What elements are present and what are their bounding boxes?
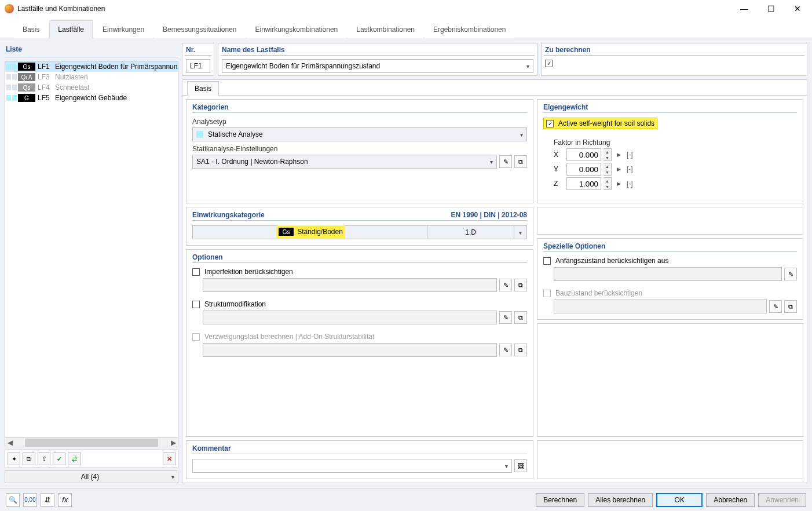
- comment-image-icon[interactable]: 🖼: [514, 459, 527, 472]
- apply-icon[interactable]: ▶: [614, 163, 623, 176]
- filter-dropdown[interactable]: All (4) ▾: [5, 470, 178, 483]
- apply-icon[interactable]: ▶: [614, 148, 623, 161]
- delete-button[interactable]: ✕: [163, 452, 175, 465]
- scroll-thumb[interactable]: [25, 439, 158, 447]
- comment-select[interactable]: ▾: [192, 459, 512, 473]
- tab-lastfaelle[interactable]: Lastfälle: [49, 20, 93, 38]
- tab-basis[interactable]: Basis: [14, 20, 48, 38]
- imperfection-checkbox[interactable]: [192, 268, 200, 276]
- edit-icon[interactable]: ⧉: [514, 279, 527, 291]
- cancel-button[interactable]: Abbrechen: [706, 493, 755, 507]
- unit-label: [-]: [627, 180, 633, 188]
- spinner[interactable]: ▲▼: [603, 163, 612, 176]
- struct-mod-checkbox[interactable]: [192, 301, 200, 308]
- left-column: Liste Gs LF1 Eigengewicht Boden für Prim…: [5, 43, 178, 483]
- copy-button[interactable]: ⧉: [23, 452, 35, 465]
- new-settings-icon[interactable]: ✎: [499, 155, 512, 168]
- initial-state-checkbox[interactable]: [543, 257, 551, 265]
- unit-label: [-]: [627, 151, 633, 159]
- imperfection-input[interactable]: [203, 278, 497, 292]
- tab-einwirkungskomb[interactable]: Einwirkungskombinationen: [247, 20, 347, 38]
- analysis-type-select[interactable]: Statische Analyse ▾: [192, 127, 527, 141]
- category-text: Ständig/Boden: [297, 228, 343, 236]
- list-row[interactable]: G LF5 Eigengewicht Gebäude: [5, 93, 178, 103]
- row-tag: Qs: [18, 83, 35, 92]
- number-value: LF1: [190, 62, 202, 70]
- import-button[interactable]: ⇪: [38, 452, 50, 465]
- number-box: Nr. LF1: [182, 43, 214, 76]
- tab-einwirkungen[interactable]: Einwirkungen: [94, 20, 153, 38]
- chevron-down-icon: ▾: [171, 474, 174, 480]
- inner-tab-basis[interactable]: Basis: [187, 81, 219, 96]
- apply-button[interactable]: Anwenden: [758, 493, 806, 507]
- factor-z-input[interactable]: [566, 177, 601, 190]
- row-swatch: [12, 85, 17, 90]
- units-icon[interactable]: 0,00: [23, 493, 37, 507]
- apply-icon[interactable]: ▶: [614, 177, 623, 190]
- list-row[interactable]: Qs LF4 Schneelast: [5, 82, 178, 93]
- window-minimize-button[interactable]: —: [731, 0, 758, 17]
- factor-y-input[interactable]: [566, 163, 601, 176]
- tab-lastkomb[interactable]: Lastkombinationen: [348, 20, 423, 38]
- scroll-right-icon[interactable]: ▶: [169, 439, 178, 447]
- calculate-all-button[interactable]: Alles berechnen: [588, 493, 653, 507]
- list-row[interactable]: Qi A LF3 Nutzlasten: [5, 72, 178, 82]
- pick-icon[interactable]: ✎: [499, 311, 512, 324]
- analysis-type-value: Statische Analyse: [208, 130, 263, 138]
- edit-icon[interactable]: ⧉: [514, 311, 527, 324]
- name-select[interactable]: Eigengewicht Boden für Primärspannungszu…: [222, 59, 533, 73]
- horizontal-scrollbar[interactable]: ◀ ▶: [5, 437, 178, 447]
- pick-icon: ✎: [769, 300, 782, 313]
- tab-ergebniskomb[interactable]: Ergebniskombinationen: [425, 20, 514, 38]
- static-settings-select[interactable]: SA1 - I. Ordnung | Newton-Raphson ▾: [192, 155, 497, 169]
- row-swatch: [6, 74, 11, 80]
- chevron-down-icon: ▾: [519, 229, 522, 236]
- list-row[interactable]: Gs LF1 Eigengewicht Boden für Primärspan…: [5, 61, 178, 72]
- construction-stage-label: Bauzustand berücksichtigen: [555, 289, 642, 297]
- pick-icon[interactable]: ✎: [784, 268, 797, 280]
- initial-state-input[interactable]: [554, 267, 782, 281]
- static-settings-label: Statikanalyse-Einstellungen: [192, 145, 527, 153]
- name-box: Name des Lastfalls Eigengewicht Boden fü…: [218, 43, 537, 76]
- row-tag: G: [18, 94, 35, 102]
- active-self-weight-checkbox[interactable]: [546, 120, 554, 127]
- function-icon[interactable]: fx: [58, 493, 72, 507]
- calculate-button[interactable]: Berechnen: [536, 493, 584, 507]
- new-button[interactable]: ✦: [8, 452, 20, 465]
- analysis-color-swatch: [196, 131, 203, 138]
- action-category-select[interactable]: GsStändig/Boden 1.D ▾: [192, 225, 527, 239]
- category-code: 1.D: [465, 228, 476, 236]
- link-button[interactable]: ⇄: [68, 452, 81, 465]
- edit-settings-icon[interactable]: ⧉: [514, 155, 527, 168]
- bifurcation-checkbox: [192, 333, 200, 341]
- ok-button[interactable]: OK: [656, 493, 703, 507]
- list-title: Liste: [5, 43, 178, 54]
- spinner[interactable]: ▲▼: [603, 148, 612, 161]
- row-text: Schneelast: [55, 83, 89, 92]
- struct-mod-input[interactable]: [203, 311, 497, 324]
- window-close-button[interactable]: ✕: [784, 0, 811, 17]
- window-maximize-button[interactable]: ☐: [758, 0, 784, 17]
- options-panel: Optionen Imperfektion berücksichtigen ✎ …: [186, 249, 533, 437]
- loadcase-list[interactable]: Gs LF1 Eigengewicht Boden für Primärspan…: [5, 61, 178, 447]
- row-lf: LF1: [36, 63, 54, 71]
- comment-title: Kommentar: [192, 444, 527, 452]
- edit-icon: ⧉: [514, 344, 527, 356]
- self-weight-panel: Eigengewicht Active self-weight for soil…: [537, 99, 803, 203]
- chevron-down-icon: ▾: [520, 132, 523, 138]
- special-options-title: Spezielle Optionen: [543, 242, 797, 250]
- calculate-checkbox[interactable]: [545, 60, 553, 67]
- unit-toggle-icon[interactable]: ⇵: [41, 493, 54, 507]
- pick-icon[interactable]: ✎: [499, 279, 512, 291]
- calculate-label: Zu berechnen: [542, 43, 807, 54]
- window-title: Lastfälle und Kombinationen: [17, 5, 105, 13]
- spinner[interactable]: ▲▼: [603, 177, 612, 190]
- bifurcation-input: [203, 343, 497, 357]
- tab-bemessung[interactable]: Bemessungssituationen: [154, 20, 245, 38]
- scroll-left-icon[interactable]: ◀: [5, 439, 14, 447]
- factor-x-input[interactable]: [566, 148, 601, 161]
- row-text: Eigengewicht Gebäude: [55, 94, 127, 102]
- number-input[interactable]: LF1: [186, 59, 210, 73]
- search-icon[interactable]: 🔍: [6, 493, 20, 507]
- check-button[interactable]: ✔: [53, 452, 65, 465]
